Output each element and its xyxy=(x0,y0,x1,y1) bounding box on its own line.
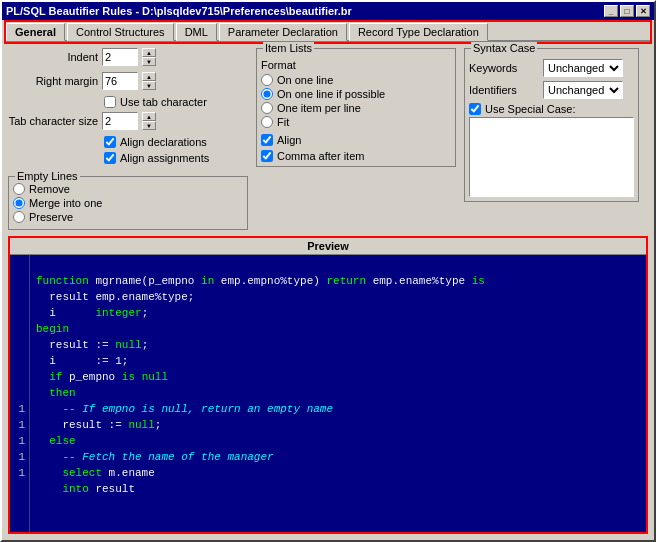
code-line-7: if p_empno is null xyxy=(36,371,168,383)
tab-parameter-declaration[interactable]: Parameter Declaration xyxy=(219,23,347,41)
align-row: Align xyxy=(261,134,451,146)
format-fit-radio[interactable] xyxy=(261,116,273,128)
remove-row: Remove xyxy=(13,183,243,195)
remove-radio[interactable] xyxy=(13,183,25,195)
format-one-per-radio[interactable] xyxy=(261,102,273,114)
merge-row: Merge into one xyxy=(13,197,243,209)
align-assign-label: Align assignments xyxy=(120,152,209,164)
keywords-row: Keywords Unchanged Uppercase Lowercase I… xyxy=(469,59,634,197)
use-tab-row: Use tab character xyxy=(104,96,248,108)
keywords-label: Keywords xyxy=(469,62,539,74)
syntax-case-title: Syntax Case xyxy=(471,42,537,54)
format-one-per-row: One item per line xyxy=(261,102,451,114)
code-content: function mgrname(p_empno in emp.empno%ty… xyxy=(30,255,491,532)
preserve-radio[interactable] xyxy=(13,211,25,223)
main-content: Indent ▲ ▼ Right margin ▲ ▼ xyxy=(8,48,648,230)
left-panel: Indent ▲ ▼ Right margin ▲ ▼ xyxy=(8,48,248,230)
special-case-row: Use Special Case: xyxy=(469,103,634,115)
remove-label: Remove xyxy=(29,183,70,195)
code-line-12: -- Fetch the name of the manager xyxy=(36,451,274,463)
indent-input[interactable] xyxy=(102,48,138,66)
tabs-container: General Control Structures DML Parameter… xyxy=(6,22,650,42)
format-online-if-radio[interactable] xyxy=(261,88,273,100)
format-fit-label: Fit xyxy=(277,116,289,128)
tab-size-label: Tab character size xyxy=(8,115,98,127)
empty-lines-group: Empty Lines Remove Merge into one Preser… xyxy=(8,176,248,230)
main-window: PL/SQL Beautifier Rules - D:\plsqldev715… xyxy=(0,0,656,542)
format-subgroup: Format On one line On one line if possib… xyxy=(261,59,451,128)
align-decl-checkbox[interactable] xyxy=(104,136,116,148)
align-checkbox[interactable] xyxy=(261,134,273,146)
right-margin-input[interactable] xyxy=(102,72,138,90)
align-decl-label: Align declarations xyxy=(120,136,207,148)
format-label: Format xyxy=(261,59,451,71)
preview-section: Preview 1 1 1 1 1 xyxy=(8,236,648,534)
format-fit-row: Fit xyxy=(261,116,451,128)
keywords-select-row: Keywords Unchanged Uppercase Lowercase xyxy=(469,59,634,77)
merge-label: Merge into one xyxy=(29,197,102,209)
right-margin-spin-up[interactable]: ▲ xyxy=(142,72,156,81)
comma-row: Comma after item xyxy=(261,150,451,162)
indent-label: Indent xyxy=(8,51,98,63)
special-case-checkbox[interactable] xyxy=(469,103,481,115)
tab-size-spin-down[interactable]: ▼ xyxy=(142,121,156,130)
right-margin-spin-down[interactable]: ▼ xyxy=(142,81,156,90)
align-assign-row: Align assignments xyxy=(104,152,248,164)
tab-dml[interactable]: DML xyxy=(176,23,217,41)
code-line-14: into result xyxy=(36,483,135,495)
merge-radio[interactable] xyxy=(13,197,25,209)
tab-size-spin[interactable]: ▲ ▼ xyxy=(142,112,156,130)
syntax-case-group: Syntax Case Keywords Unchanged Uppercase… xyxy=(464,48,639,202)
format-online-if-label: On one line if possible xyxy=(277,88,385,100)
code-line-11: else xyxy=(36,435,76,447)
indent-spin-down[interactable]: ▼ xyxy=(142,57,156,66)
tab-general[interactable]: General xyxy=(6,23,65,41)
line-numbers: 1 1 1 1 1 xyxy=(10,255,30,532)
middle-panel: Item Lists Format On one line On one lin… xyxy=(256,48,456,230)
format-one-per-label: One item per line xyxy=(277,102,361,114)
identifiers-select-row: Identifiers Unchanged Uppercase Lowercas… xyxy=(469,81,634,99)
indent-spin[interactable]: ▲ ▼ xyxy=(142,48,156,66)
window-controls: _ □ ✕ xyxy=(604,5,650,17)
window-title: PL/SQL Beautifier Rules - D:\plsqldev715… xyxy=(6,5,352,17)
code-line-2: result emp.ename%type; xyxy=(36,291,194,303)
special-case-label: Use Special Case: xyxy=(485,103,576,115)
tab-record-type-declaration[interactable]: Record Type Declaration xyxy=(349,23,488,41)
code-line-8: then xyxy=(36,387,76,399)
align-assign-checkbox[interactable] xyxy=(104,152,116,164)
indent-spin-up[interactable]: ▲ xyxy=(142,48,156,57)
preview-body: 1 1 1 1 1 function mgrname(p_empno in em… xyxy=(10,255,646,532)
right-margin-spin[interactable]: ▲ ▼ xyxy=(142,72,156,90)
empty-lines-title: Empty Lines xyxy=(15,170,80,182)
maximize-button[interactable]: □ xyxy=(620,5,634,17)
code-line-3: i integer; xyxy=(36,307,148,319)
tab-size-input[interactable] xyxy=(102,112,138,130)
align-decl-row: Align declarations xyxy=(104,136,248,148)
keywords-select[interactable]: Unchanged Uppercase Lowercase xyxy=(543,59,623,77)
indent-row: Indent ▲ ▼ xyxy=(8,48,248,66)
close-button[interactable]: ✕ xyxy=(636,5,650,17)
right-panel: Syntax Case Keywords Unchanged Uppercase… xyxy=(464,48,639,230)
code-line-1: function mgrname(p_empno in emp.empno%ty… xyxy=(36,275,485,287)
special-case-textarea[interactable] xyxy=(469,117,634,197)
comma-checkbox-row: Comma after item xyxy=(261,150,451,162)
code-line-9: -- If empno is null, return an empty nam… xyxy=(36,403,333,415)
item-lists-group: Item Lists Format On one line On one lin… xyxy=(256,48,456,167)
comma-label: Comma after item xyxy=(277,150,364,162)
code-line-5: result := null; xyxy=(36,339,148,351)
use-tab-checkbox[interactable] xyxy=(104,96,116,108)
item-lists-title: Item Lists xyxy=(263,42,314,54)
code-line-13: select m.ename xyxy=(36,467,155,479)
tab-size-spin-up[interactable]: ▲ xyxy=(142,112,156,121)
identifiers-select[interactable]: Unchanged Uppercase Lowercase xyxy=(543,81,623,99)
minimize-button[interactable]: _ xyxy=(604,5,618,17)
preview-header: Preview xyxy=(10,238,646,255)
right-margin-label: Right margin xyxy=(8,75,98,87)
format-online-if-row: On one line if possible xyxy=(261,88,451,100)
right-margin-row: Right margin ▲ ▼ xyxy=(8,72,248,90)
code-line-4: begin xyxy=(36,323,69,335)
tab-control-structures[interactable]: Control Structures xyxy=(67,23,174,41)
comma-checkbox[interactable] xyxy=(261,150,273,162)
preserve-label: Preserve xyxy=(29,211,73,223)
format-online-radio[interactable] xyxy=(261,74,273,86)
